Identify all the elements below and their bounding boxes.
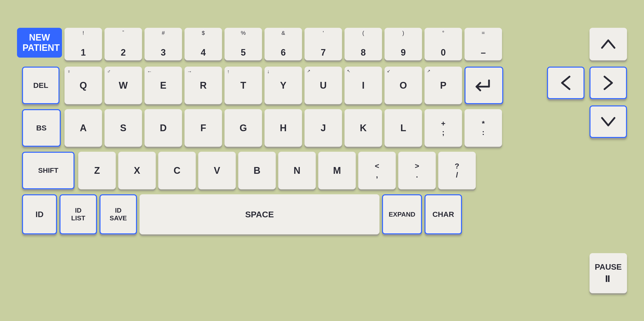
key-6[interactable]: &6 [264,28,302,60]
id-save-label: IDSAVE [110,207,127,222]
key-z[interactable]: Z [78,152,116,189]
key-l[interactable]: L [384,109,422,147]
key-b[interactable]: B [238,152,276,189]
key-k[interactable]: K [344,109,382,147]
del-label: DEL [33,82,48,89]
key-question-slash[interactable]: ? / [438,152,476,189]
key-o[interactable]: ↙ O [384,67,422,104]
key-5[interactable]: %5 [224,28,262,60]
pause-label: PAUSE [595,262,622,272]
bs-label: BS [36,124,47,132]
key-u[interactable]: ↗ U [304,67,342,104]
key-9[interactable]: )9 [384,28,422,60]
key-n[interactable]: N [278,152,316,189]
keyboard-container: NEWPATIENT PAUSE ⏸ .num-row { top: 20px;… [12,23,632,298]
key-j[interactable]: J [304,109,342,147]
key-8[interactable]: (8 [344,28,382,60]
key-t[interactable]: ↑ T [224,67,262,104]
pause-key[interactable]: PAUSE ⏸ [590,253,627,293]
key-7[interactable]: '7 [304,28,342,60]
key-h[interactable]: H [264,109,302,147]
bs-key[interactable]: BS [22,109,61,147]
space-label: SPACE [245,210,274,219]
key-q[interactable]: ♀ Q [64,67,102,104]
id-label: ID [36,210,44,218]
key-lt-comma[interactable]: < , [358,152,396,189]
arrow-right-key[interactable] [590,67,627,99]
key-y[interactable]: ↓ Y [264,67,302,104]
shift-key[interactable]: SHIFT [22,152,74,189]
del-key[interactable]: DEL [22,67,60,104]
id-key[interactable]: ID [22,194,57,234]
enter-key[interactable] [464,67,503,104]
space-key[interactable]: SPACE [140,194,380,234]
key-x[interactable]: X [118,152,156,189]
key-3[interactable]: #3 [144,28,182,60]
key-s[interactable]: S [104,109,142,147]
key-v[interactable]: V [198,152,236,189]
key-gt-period[interactable]: > . [398,152,436,189]
key-c[interactable]: C [158,152,196,189]
key-2[interactable]: "2 [104,28,142,60]
key-f[interactable]: F [184,109,222,147]
key-r[interactable]: → R [184,67,222,104]
key-4[interactable]: $4 [184,28,222,60]
key-i[interactable]: ↖ I [344,67,382,104]
key-1[interactable]: !1 [64,28,102,60]
key-g[interactable]: G [224,109,262,147]
new-patient-button[interactable]: NEWPATIENT [17,28,62,58]
arrow-left-key[interactable] [547,67,584,99]
expand-key[interactable]: EXPAND [382,194,422,234]
key-w[interactable]: ♂ W [104,67,142,104]
key-0[interactable]: °0 [424,28,462,60]
key-star-colon[interactable]: * : [464,109,502,147]
key-p[interactable]: ↗ P [424,67,462,104]
key-m[interactable]: M [318,152,356,189]
key-a[interactable]: A [64,109,102,147]
key-d[interactable]: D [144,109,182,147]
char-key[interactable]: CHAR [424,194,462,234]
id-save-key[interactable]: IDSAVE [100,194,137,234]
expand-label: EXPAND [389,211,415,218]
arrow-up-key[interactable] [590,28,627,60]
key-equals[interactable]: =– [464,28,502,60]
id-list-label: IDLIST [71,207,85,222]
key-plus-semicolon[interactable]: + ; [424,109,462,147]
pause-icon: ⏸ [603,274,614,284]
key-e[interactable]: ← E [144,67,182,104]
arrow-down-key[interactable] [590,105,627,138]
shift-label: SHIFT [38,167,58,174]
id-list-key[interactable]: IDLIST [60,194,97,234]
char-label: CHAR [432,211,454,218]
